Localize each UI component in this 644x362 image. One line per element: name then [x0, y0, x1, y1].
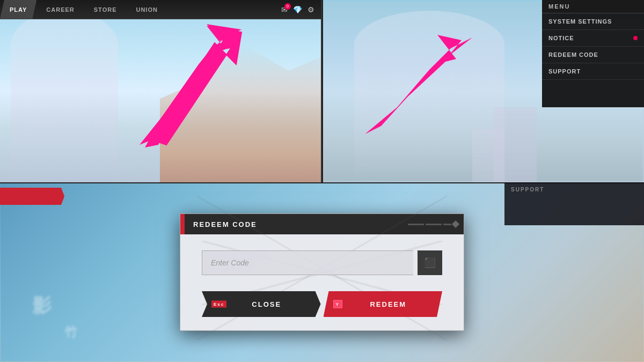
settings-icon: ⚙: [308, 5, 314, 14]
paste-icon: ⬛: [424, 257, 436, 269]
redeem-dialog: REDEEM CODE: [180, 213, 464, 331]
menu-header: MENU: [542, 0, 644, 13]
arrow-left: [107, 21, 258, 156]
dialog-buttons: Esc CLOSE Y REDEEM: [202, 291, 442, 317]
notice-dot: [633, 36, 638, 40]
menu-item-notice[interactable]: NOTICE: [542, 30, 644, 47]
paste-button[interactable]: ⬛: [418, 250, 442, 275]
settings-icon-group[interactable]: ⚙: [308, 5, 314, 14]
dialog-overlay: REDEEM CODE: [0, 182, 644, 362]
menu-item-support[interactable]: SUPPORT: [542, 63, 644, 80]
redeem-button[interactable]: Y REDEEM: [324, 291, 443, 317]
close-button[interactable]: Esc CLOSE: [202, 291, 321, 317]
right-panel: MENU SYSTEM SETTINGS NOTICE REDEEM CODE …: [322, 0, 644, 182]
menu-item-system-settings[interactable]: SYSTEM SETTINGS: [542, 13, 644, 30]
arrow-right-svg: [354, 32, 494, 150]
deco-line-short: [443, 224, 451, 225]
mail-icon-group[interactable]: ✉ 0: [281, 5, 288, 14]
nav-tab-play[interactable]: PLAY: [0, 0, 36, 19]
deco-line-2: [426, 224, 442, 225]
menu-item-redeem-code[interactable]: REDEEM CODE: [542, 47, 644, 63]
deco-diamond: [452, 220, 459, 228]
currency-icon: 💎: [293, 5, 302, 14]
dialog-title-deco: [408, 221, 464, 227]
y-label: Y: [333, 300, 342, 308]
mail-badge: 0: [284, 3, 291, 10]
bottom-panel: SUPPORT 影 竹 REDEEM CODE: [0, 182, 644, 362]
dialog-title-text: REDEEM CODE: [185, 220, 408, 228]
dialog-title-accent: [180, 214, 185, 234]
redeem-label: REDEEM: [370, 300, 406, 308]
menu-overlay: MENU SYSTEM SETTINGS NOTICE REDEEM CODE …: [542, 0, 644, 107]
code-input[interactable]: [202, 250, 413, 275]
left-right-divider: [322, 0, 323, 182]
deco-line-1: [408, 224, 424, 225]
arrow-left-svg: [107, 21, 258, 156]
currency-icon-group[interactable]: 💎: [293, 5, 302, 14]
nav-tab-store[interactable]: STORE: [84, 0, 127, 19]
esc-label: Esc: [211, 301, 226, 308]
nav-icons: ✉ 0 💎 ⚙: [281, 5, 321, 14]
left-panel: PLAY CAREER STORE UNION ✉ 0 💎 ⚙: [0, 0, 322, 182]
nav-tab-union[interactable]: UNION: [126, 0, 167, 19]
close-label: CLOSE: [252, 300, 281, 308]
nav-bar: PLAY CAREER STORE UNION ✉ 0 💎 ⚙: [0, 0, 321, 19]
dialog-body: ⬛ Esc CLOSE Y REDEEM: [180, 234, 464, 330]
arrow-right: [354, 32, 494, 150]
input-row: ⬛: [202, 250, 442, 275]
dialog-title-bar: REDEEM CODE: [180, 214, 464, 234]
nav-tab-career[interactable]: CAREER: [36, 0, 84, 19]
char-left-silhouette: [11, 11, 118, 182]
